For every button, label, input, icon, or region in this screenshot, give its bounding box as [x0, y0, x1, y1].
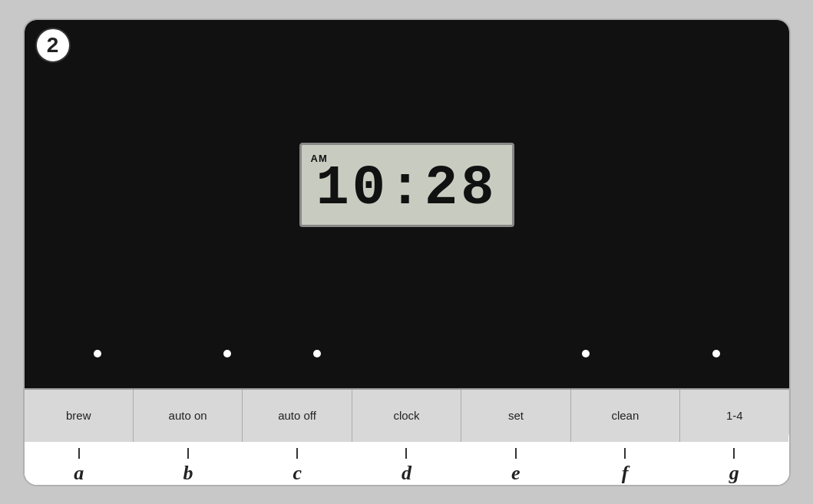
- label-d: d: [352, 448, 461, 485]
- label-a: a: [25, 448, 134, 485]
- brew-button[interactable]: brew: [25, 390, 134, 442]
- appliance-body: AM 10:28: [25, 20, 789, 388]
- indicator-dots-row: [25, 350, 789, 357]
- clean-button[interactable]: clean: [571, 390, 680, 442]
- auto-on-button[interactable]: auto on: [134, 390, 243, 442]
- set-button[interactable]: set: [461, 390, 570, 442]
- auto-off-button[interactable]: auto off: [243, 390, 352, 442]
- labels-row: a b c d e f g: [25, 442, 789, 485]
- indicator-dot-a: [94, 350, 101, 357]
- appliance-frame: 2 AM 10:28: [23, 18, 791, 486]
- clock-button[interactable]: clock: [352, 390, 461, 442]
- label-c: c: [243, 448, 352, 485]
- indicator-dot-f: [582, 350, 590, 357]
- dot-a-spacer: [94, 350, 183, 357]
- dot-c-spacer: [273, 350, 362, 357]
- time-display: 10:28: [316, 161, 497, 216]
- label-g: g: [679, 448, 788, 485]
- step-number-badge: 2: [35, 28, 71, 63]
- dot-b-spacer: [183, 350, 273, 357]
- dot-f-spacer: [540, 350, 630, 357]
- label-f: f: [570, 448, 679, 485]
- dot-g-spacer: [630, 350, 720, 357]
- indicator-dot-b: [223, 350, 231, 357]
- button-panel: brew auto on auto off clock set clean 1-…: [25, 388, 789, 442]
- am-indicator: AM: [311, 153, 328, 164]
- indicator-dot-c: [313, 350, 321, 357]
- indicator-dot-g: [712, 350, 720, 357]
- label-b: b: [134, 448, 243, 485]
- one-four-button[interactable]: 1-4: [680, 390, 788, 442]
- lcd-display: AM 10:28: [299, 143, 514, 227]
- label-e: e: [461, 448, 570, 485]
